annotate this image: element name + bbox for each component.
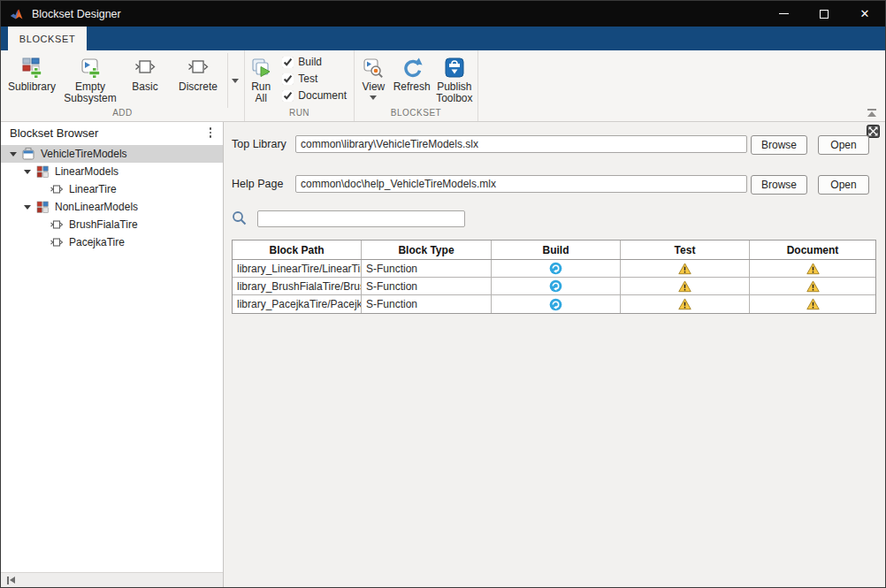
refresh-label: Refresh [393,81,431,93]
col-header-document[interactable]: Document [750,241,875,259]
build-in-progress-icon [549,298,562,311]
window-title: Blockset Designer [32,8,763,20]
build-in-progress-icon [549,262,562,275]
view-button[interactable]: View [356,53,391,102]
col-header-block-path[interactable]: Block Path [233,241,362,259]
basic-block-icon [134,55,157,81]
blockset-browser-panel: Blockset Browser VehicleTireModels [1,122,224,587]
run-all-button[interactable]: Run All [247,53,275,106]
test-status-cell [621,260,750,277]
block-path-cell: library_LinearTire/LinearTire [233,260,362,277]
table-row[interactable]: library_LinearTire/LinearTire S-Function [233,260,875,278]
build-status-cell [492,295,621,313]
top-library-input[interactable] [295,135,747,153]
panel-menu-icon[interactable] [207,125,215,141]
block-icon [50,218,64,232]
expander-icon[interactable] [24,205,31,210]
blockset-group-label: BLOCKSET [355,108,477,121]
collapse-toolstrip-button[interactable] [867,109,877,117]
build-checkbox[interactable] [282,57,294,68]
view-label: View [362,81,385,93]
document-checkbox[interactable] [282,90,294,102]
tree-item-vehicletiremodels[interactable]: VehicleTireModels [1,145,223,163]
block-path-cell: library_BrushFialaTire/Brus... [233,278,362,294]
sidebar-scrollbar[interactable] [1,572,223,587]
block-path-cell: library_PacejkaTire/Pacejka... [233,295,362,313]
publish-toolbox-button[interactable]: Publish Toolbox [433,53,476,106]
sublibrary-label: Sublibrary [8,81,56,93]
empty-subsystem-label: Empty Subsystem [64,81,117,104]
view-icon [362,55,385,81]
tree-item-label: NonLinearModels [55,201,138,213]
sublibrary-icon [35,164,50,179]
basic-button[interactable]: Basic [119,53,171,95]
block-type-cell: S-Function [362,295,492,313]
block-icon [50,182,64,196]
tree-item-lineartire[interactable]: LinearTire [1,180,223,198]
col-header-build[interactable]: Build [492,241,621,259]
col-header-test[interactable]: Test [621,241,750,259]
tab-blockset[interactable]: BLOCKSET [8,27,87,50]
table-row[interactable]: library_BrushFialaTire/Brus... S-Functio… [233,278,875,295]
add-gallery-dropdown-button[interactable] [227,53,242,108]
search-input[interactable] [257,210,465,227]
test-checkbox[interactable] [282,73,294,85]
tree-item-label: BrushFialaTire [69,218,138,231]
test-status-cell [621,278,750,294]
run-options: Build Test Document [275,53,352,102]
block-type-cell: S-Function [362,260,492,277]
empty-subsystem-icon [79,55,102,81]
help-page-browse-button[interactable]: Browse [751,175,807,195]
collapse-toolstrip-arrow-icon [867,111,876,117]
top-library-open-button[interactable]: Open [818,135,869,155]
tree-item-label: VehicleTireModels [41,148,127,160]
library-icon [21,147,35,161]
blockset-detail-panel: Top Library Browse Open Help Page Browse… [224,122,885,587]
test-status-cell [621,295,750,313]
discrete-label: Discrete [179,81,218,93]
col-header-block-type[interactable]: Block Type [362,241,492,259]
discrete-button[interactable]: Discrete [171,53,225,95]
close-button[interactable]: ✕ [844,1,885,27]
help-page-label: Help Page [232,175,283,194]
refresh-button[interactable]: Refresh [391,53,433,95]
help-page-input[interactable] [295,175,747,193]
matlab-logo-icon [10,6,25,21]
document-status-cell [750,278,875,294]
tree-item-pacejkatire[interactable]: PacejkaTire [1,233,223,251]
run-all-label: Run All [249,81,272,104]
add-group-label: ADD [1,108,244,121]
close-icon: ✕ [860,8,870,19]
top-library-browse-button[interactable]: Browse [751,135,807,155]
empty-subsystem-button[interactable]: Empty Subsystem [61,53,119,106]
sublibrary-icon [35,200,50,214]
tree-item-nonlinearmodels[interactable]: NonLinearModels [1,198,223,216]
build-checkbox-label: Build [298,56,322,68]
view-chevron-down-icon [370,95,377,100]
document-status-cell [750,260,875,277]
block-icon [50,235,64,249]
sublibrary-button[interactable]: Sublibrary [3,53,61,95]
help-page-open-button[interactable]: Open [818,175,869,195]
test-checkbox-label: Test [298,73,317,85]
build-status-cell [492,260,621,277]
test-checkbox-row: Test [282,73,347,85]
toolstrip: Sublibrary Empty Subsystem [1,50,885,122]
build-in-progress-icon [549,279,562,293]
tree-item-label: LinearTire [69,183,117,195]
table-row[interactable]: library_PacejkaTire/Pacejka... S-Functio… [233,295,875,313]
tree-item-linearmodels[interactable]: LinearModels [1,163,223,180]
expander-icon[interactable] [10,152,17,157]
expander-icon[interactable] [24,170,31,174]
maximize-button[interactable] [804,1,844,27]
warning-icon [806,263,820,275]
collapse-panel-icon[interactable] [7,577,15,584]
maximize-icon [820,10,829,19]
toolstrip-group-run: Run All Build Test Document [245,50,355,121]
tree-item-brushfialatire[interactable]: BrushFialaTire [1,216,223,233]
title-bar: Blockset Designer ✕ [1,1,885,27]
blockset-browser-header: Blockset Browser [1,122,223,143]
minimize-button[interactable] [763,1,804,27]
minimize-icon [779,13,789,14]
warning-icon [806,280,820,293]
